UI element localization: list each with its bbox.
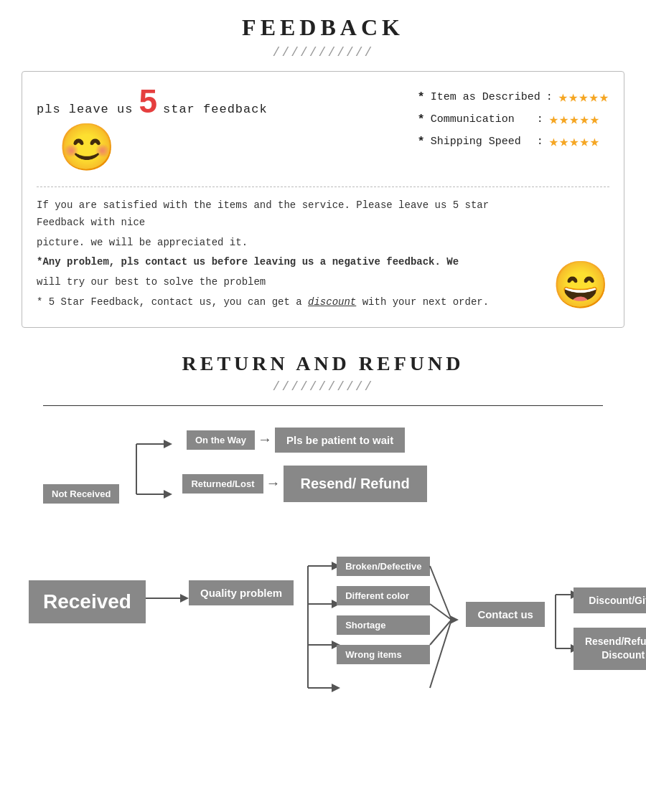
- section-divider-top: [43, 405, 603, 406]
- received-flow: Received Quality problem: [29, 552, 617, 752]
- on-the-way-row: On the Way → Pls be patient to wait: [187, 428, 610, 453]
- different-color-box: Different color: [337, 586, 430, 605]
- refund-title: RETURN AND REFUND: [22, 352, 624, 375]
- svg-line-20: [430, 620, 451, 688]
- feedback-box: pls leave us 5 star feedback 😊 * Item as…: [22, 71, 624, 328]
- svg-marker-16: [332, 684, 340, 692]
- shortage-box: Shortage: [337, 615, 430, 635]
- colon-2: :: [537, 113, 543, 126]
- stars-3: ★★★★★: [549, 132, 600, 151]
- on-the-way-box: On the Way: [187, 430, 255, 450]
- quality-connector: [294, 552, 337, 702]
- branches: Returned/Lost → Resend/ Refund: [182, 486, 426, 502]
- body-line5-italic: discount: [308, 296, 356, 308]
- discount-gifts-box: Discount/Gifts: [574, 587, 646, 613]
- body-line4: will try our best to solve the problem: [37, 274, 540, 291]
- svg-marker-2: [164, 440, 172, 448]
- quality-problem-wrapper: Quality problem: [189, 580, 294, 605]
- received-connector: [146, 580, 189, 674]
- rating-row-shipping: * Shipping Speed : ★★★★★: [418, 132, 609, 151]
- quality-sub-boxes: Broken/Defective Different color Shortag…: [337, 552, 430, 664]
- tagline-after: star feedback: [163, 103, 268, 116]
- body-line5: * 5 Star Feedback, contact us, you can g…: [37, 294, 540, 311]
- arrow-2: →: [269, 476, 278, 492]
- contact-us-box: Contact us: [466, 602, 545, 627]
- received-label: Received: [29, 580, 146, 623]
- body-line5-part2: with your next order.: [356, 296, 489, 308]
- broken-box: Broken/Defective: [337, 557, 430, 576]
- shipping-label: Shipping Speed: [431, 136, 531, 148]
- to-outcomes-connector: [545, 602, 574, 752]
- item-described-label: Item as Described: [431, 91, 540, 103]
- bullet-3: *: [418, 135, 425, 148]
- body-line1: If you are satisfied with the items and …: [37, 197, 540, 232]
- feedback-zigzag: ///////////: [22, 45, 624, 60]
- rating-row-comm: * Communication : ★★★★★: [418, 110, 609, 129]
- emoji-happy-open: 😄: [552, 258, 609, 314]
- bullet-2: *: [418, 113, 425, 126]
- feedback-top: pls leave us 5 star feedback 😊 * Item as…: [37, 85, 609, 187]
- outcome-boxes: Discount/Gifts Resend/Refund/ Discount: [574, 587, 646, 670]
- bullet-1: *: [418, 90, 425, 104]
- colon-1: :: [546, 91, 553, 103]
- resend-refund-discount-box: Resend/Refund/ Discount: [574, 628, 646, 670]
- body-line5-part1: * 5 Star Feedback, contact us, you can g…: [37, 296, 308, 308]
- not-received-row: Not Received Returned/Lost → Resend/ Ref…: [43, 466, 610, 523]
- stars-1: ★★★★★: [558, 88, 609, 107]
- rating-row-item: * Item as Described : ★★★★★: [418, 88, 609, 107]
- quality-problem-box: Quality problem: [189, 580, 294, 605]
- feedback-section: FEEDBACK /////////// pls leave us 5 star…: [0, 0, 646, 335]
- communication-label: Communication: [431, 113, 531, 126]
- refund-section: RETURN AND REFUND /////////// On the Way…: [0, 335, 646, 781]
- svg-marker-21: [450, 615, 459, 624]
- body-line3-bold: *Any problem, pls contact us before leav…: [37, 256, 459, 268]
- to-contact-connector: [430, 552, 466, 702]
- pls-wait-box: Pls be patient to wait: [275, 428, 405, 453]
- not-received-flow: On the Way → Pls be patient to wait Not …: [43, 428, 610, 523]
- refund-zigzag: ///////////: [22, 379, 624, 394]
- colon-3: :: [537, 136, 543, 148]
- tagline-before: pls leave us: [37, 103, 133, 116]
- feedback-body-area: If you are satisfied with the items and …: [37, 197, 609, 314]
- big-five: 5: [139, 85, 157, 118]
- wrong-items-box: Wrong items: [337, 645, 430, 664]
- received-main-row: Received Quality problem: [29, 552, 617, 752]
- body-line3: *Any problem, pls contact us before leav…: [37, 254, 540, 271]
- arrow-1: →: [261, 432, 269, 448]
- emoji-happy-closed: 😊: [58, 121, 116, 176]
- rating-list: * Item as Described : ★★★★★ * Communicat…: [418, 88, 609, 151]
- returned-lost-box: Returned/Lost: [182, 474, 263, 494]
- svg-marker-4: [164, 490, 172, 499]
- stars-2: ★★★★★: [549, 110, 600, 129]
- body-line2: picture. we will be appreciated it.: [37, 235, 540, 252]
- feedback-title: FEEDBACK: [22, 14, 624, 41]
- contact-us-wrapper: Contact us: [466, 602, 545, 627]
- received-label-wrapper: Received: [29, 580, 146, 623]
- branch-connector-svg: [122, 466, 179, 523]
- svg-marker-7: [180, 594, 189, 603]
- not-received-box: Not Received: [43, 484, 119, 504]
- resend-refund-box: Resend/ Refund: [284, 466, 427, 502]
- returned-lost-row: Returned/Lost → Resend/ Refund: [182, 466, 426, 502]
- feedback-body: If you are satisfied with the items and …: [37, 197, 540, 314]
